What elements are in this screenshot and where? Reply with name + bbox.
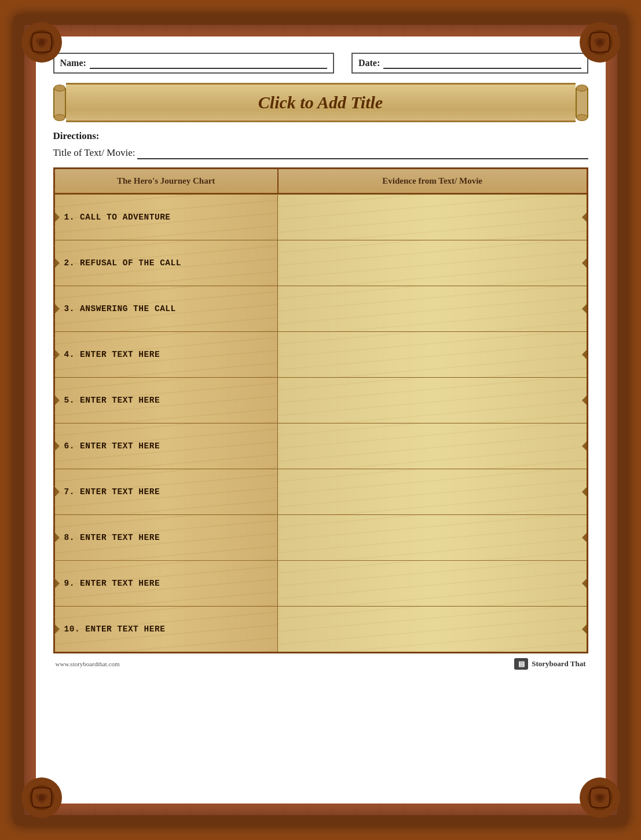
corner-tr bbox=[580, 22, 620, 63]
table-row: 1. CALL TO ADVENTURE bbox=[54, 195, 587, 240]
table-row-5-right[interactable] bbox=[278, 378, 587, 423]
page-title[interactable]: Click to Add Title bbox=[258, 93, 383, 112]
row-7-left-text: 7. ENTER TEXT HERE bbox=[64, 487, 160, 496]
svg-point-7 bbox=[597, 795, 603, 801]
row-9-left-text: 9. ENTER TEXT HERE bbox=[64, 579, 160, 588]
directions-label: Directions: bbox=[53, 130, 588, 142]
table-row-4-right[interactable] bbox=[278, 332, 587, 378]
row-4-left-text: 4. ENTER TEXT HERE bbox=[64, 350, 160, 359]
svg-point-5 bbox=[39, 795, 45, 801]
row-6-left-text: 6. ENTER TEXT HERE bbox=[64, 441, 160, 451]
table-row-10-right[interactable] bbox=[278, 607, 587, 653]
corner-bl bbox=[21, 777, 62, 818]
brand-name: Storyboard That bbox=[532, 659, 585, 669]
table-row-3-left[interactable]: 3. ANSWERING THE CALL bbox=[54, 286, 278, 332]
title-of-text-row: Title of Text/ Movie: bbox=[53, 147, 588, 159]
corner-br bbox=[580, 777, 620, 818]
table-row: 10. ENTER TEXT HERE bbox=[54, 607, 587, 653]
name-input-line[interactable] bbox=[90, 57, 327, 69]
table-row: 9. ENTER TEXT HERE bbox=[54, 561, 587, 607]
table-row: 3. ANSWERING THE CALL bbox=[54, 286, 587, 332]
name-label: Name: bbox=[60, 58, 86, 68]
table-row-8-left[interactable]: 8. ENTER TEXT HERE bbox=[54, 515, 278, 561]
table-row: 8. ENTER TEXT HERE bbox=[54, 515, 587, 561]
table-row: 5. ENTER TEXT HERE bbox=[54, 378, 587, 423]
date-field[interactable]: Date: bbox=[351, 53, 588, 74]
table-row: 2. REFUSAL OF THE CALL bbox=[54, 240, 587, 286]
col1-header: The Hero's Journey Chart bbox=[54, 169, 278, 194]
row-5-left-text: 5. ENTER TEXT HERE bbox=[64, 396, 160, 405]
table-header-row: The Hero's Journey Chart Evidence from T… bbox=[54, 169, 587, 194]
date-label: Date: bbox=[358, 58, 380, 68]
table-row-6-left[interactable]: 6. ENTER TEXT HERE bbox=[54, 423, 278, 469]
svg-point-3 bbox=[597, 39, 603, 45]
table-row-5-left[interactable]: 5. ENTER TEXT HERE bbox=[54, 378, 278, 423]
table-row-4-left[interactable]: 4. ENTER TEXT HERE bbox=[54, 332, 278, 378]
table-row-2-right[interactable] bbox=[278, 240, 587, 286]
table-row-9-right[interactable] bbox=[278, 561, 587, 607]
name-field[interactable]: Name: bbox=[53, 53, 334, 74]
row-1-left-text: 1. CALL TO ADVENTURE bbox=[64, 213, 171, 222]
row-10-left-text: 10. ENTER TEXT HERE bbox=[64, 624, 166, 634]
storyboard-logo-icon bbox=[514, 658, 528, 670]
footer-brand: Storyboard That bbox=[514, 658, 585, 670]
table-row-10-left[interactable]: 10. ENTER TEXT HERE bbox=[54, 607, 278, 653]
footer-website: www.storyboardthat.com bbox=[56, 660, 120, 667]
table-row: 6. ENTER TEXT HERE bbox=[54, 423, 587, 469]
svg-point-1 bbox=[39, 39, 45, 45]
scroll-container: Click to Add Title bbox=[53, 83, 588, 122]
table-row-7-right[interactable] bbox=[278, 469, 587, 515]
table-row-2-left[interactable]: 2. REFUSAL OF THE CALL bbox=[54, 240, 278, 286]
date-input-line[interactable] bbox=[383, 57, 581, 69]
table-row-7-left[interactable]: 7. ENTER TEXT HERE bbox=[54, 469, 278, 515]
scroll-knob-right bbox=[576, 87, 588, 119]
table-row: 7. ENTER TEXT HERE bbox=[54, 469, 587, 515]
table-row-1-left[interactable]: 1. CALL TO ADVENTURE bbox=[54, 195, 278, 240]
title-of-text-label: Title of Text/ Movie: bbox=[53, 147, 135, 159]
corner-tl bbox=[21, 22, 62, 63]
journey-table: The Hero's Journey Chart Evidence from T… bbox=[53, 167, 588, 653]
wood-border: Name: Date: Click to Add Title Direction… bbox=[14, 14, 628, 826]
table-row: 4. ENTER TEXT HERE bbox=[54, 332, 587, 378]
name-date-row: Name: Date: bbox=[53, 53, 588, 74]
scroll-knob-left bbox=[53, 87, 66, 119]
row-2-left-text: 2. REFUSAL OF THE CALL bbox=[64, 258, 181, 268]
table-row-3-right[interactable] bbox=[278, 286, 587, 332]
table-row-9-left[interactable]: 9. ENTER TEXT HERE bbox=[54, 561, 278, 607]
row-3-left-text: 3. ANSWERING THE CALL bbox=[64, 304, 176, 313]
row-8-left-text: 8. ENTER TEXT HERE bbox=[64, 533, 160, 542]
inner-page: Name: Date: Click to Add Title Direction… bbox=[36, 36, 606, 804]
table-row-6-right[interactable] bbox=[278, 423, 587, 469]
table-row-8-right[interactable] bbox=[278, 515, 587, 561]
scroll-body[interactable]: Click to Add Title bbox=[66, 83, 576, 122]
footer: www.storyboardthat.com Storyboard That bbox=[53, 658, 588, 670]
col2-header: Evidence from Text/ Movie bbox=[278, 169, 587, 194]
table-row-1-right[interactable] bbox=[278, 195, 587, 240]
title-of-text-input[interactable] bbox=[137, 147, 588, 159]
